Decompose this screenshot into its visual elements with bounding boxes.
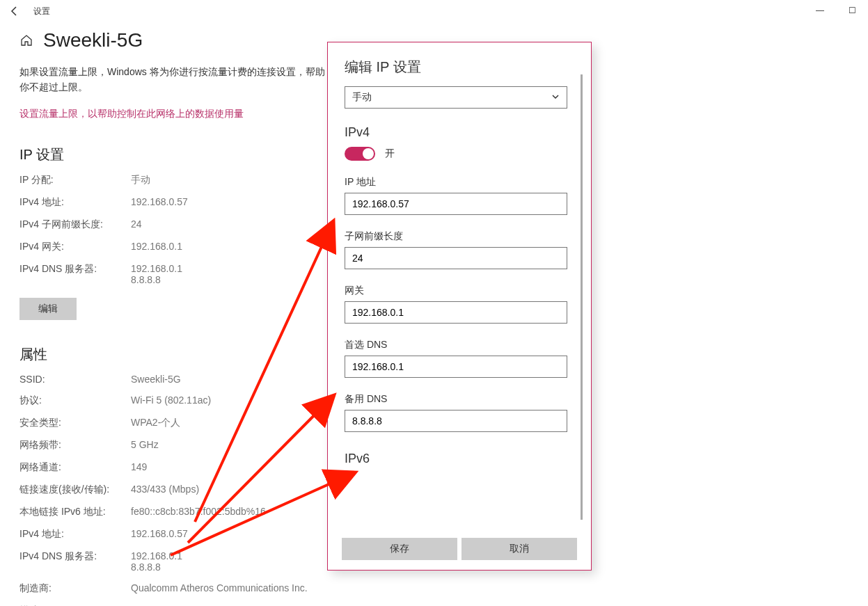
back-button[interactable] xyxy=(4,1,25,22)
ssid-value: Sweekli-5G xyxy=(131,374,181,385)
alt-dns-label: 备用 DNS xyxy=(345,393,574,406)
data-limit-link[interactable]: 设置流量上限，以帮助控制在此网络上的数据使用量 xyxy=(19,108,244,120)
ipv4-prefix-value: 24 xyxy=(131,218,142,231)
mfr-value: Qualcomm Atheros Communications Inc. xyxy=(131,582,308,595)
ipv6-value: fe80::c8cb:83b7:f002:5bdb%16 xyxy=(131,506,266,518)
ipv4-heading: IPv4 xyxy=(345,125,574,140)
ipv4-dns-label: IPv4 DNS 服务器: xyxy=(19,263,131,285)
ip-assign-label: IP 分配: xyxy=(19,174,131,186)
ipv4-toggle-label: 开 xyxy=(385,147,395,160)
ipv4a-label: IPv4 地址: xyxy=(19,528,131,541)
band-label: 网络频带: xyxy=(19,439,131,452)
band-value: 5 GHz xyxy=(131,439,159,452)
window-title: 设置 xyxy=(33,6,50,17)
chan-value: 149 xyxy=(131,461,147,474)
ipv6-heading: IPv6 xyxy=(345,452,574,466)
ipv6-label: 本地链接 IPv6 地址: xyxy=(19,506,131,518)
maximize-button[interactable]: ☐ xyxy=(836,0,868,21)
alt-dns-input[interactable] xyxy=(345,410,567,432)
help-text: 如果设置流量上限，Windows 将为你进行按流量计费的连接设置，帮助你不超过上… xyxy=(19,64,326,95)
ip-mode-select[interactable]: 手动 xyxy=(345,86,567,109)
mfr-label: 制造商: xyxy=(19,582,131,595)
ipv4-gateway-label: IPv4 网关: xyxy=(19,241,131,253)
primary-dns-input[interactable] xyxy=(345,356,567,378)
save-button[interactable]: 保存 xyxy=(342,538,457,560)
chan-label: 网络通道: xyxy=(19,461,131,474)
prefix-length-label: 子网前缀长度 xyxy=(345,230,574,243)
gateway-label: 网关 xyxy=(345,285,574,297)
prefix-length-input[interactable] xyxy=(345,247,567,269)
ipv4-dns-value1: 192.168.0.1 xyxy=(131,263,182,274)
sec-value: WPA2-个人 xyxy=(131,417,180,429)
ipv4-addr-value: 192.168.0.57 xyxy=(131,196,188,209)
ipv4-gateway-value: 192.168.0.1 xyxy=(131,241,182,253)
ipv4d-label: IPv4 DNS 服务器: xyxy=(19,550,131,573)
home-icon[interactable] xyxy=(19,33,33,47)
ip-mode-value: 手动 xyxy=(352,91,372,104)
cancel-button[interactable]: 取消 xyxy=(461,538,577,560)
ipv4a-value: 192.168.0.57 xyxy=(131,528,188,541)
title-bar: 设置 — ☐ xyxy=(0,0,868,22)
speed-label: 链接速度(接收/传输): xyxy=(19,484,131,496)
ip-assign-value: 手动 xyxy=(131,174,150,186)
dialog-title: 编辑 IP 设置 xyxy=(345,58,574,77)
ip-address-label: IP 地址 xyxy=(345,176,574,189)
ipv4d-value2: 8.8.8.8 xyxy=(131,561,161,573)
ipv4-toggle[interactable] xyxy=(345,147,375,161)
speed-value: 433/433 (Mbps) xyxy=(131,484,199,496)
edit-button[interactable]: 编辑 xyxy=(19,298,77,320)
ip-address-input[interactable] xyxy=(345,193,567,215)
minimize-button[interactable]: — xyxy=(804,0,836,21)
proto-label: 协议: xyxy=(19,394,131,407)
ipv4d-value1: 192.168.0.1 xyxy=(131,550,182,561)
scrollbar[interactable] xyxy=(581,74,583,520)
primary-dns-label: 首选 DNS xyxy=(345,339,574,351)
ssid-label: SSID: xyxy=(19,374,131,385)
chevron-down-icon xyxy=(551,92,560,103)
ipv4-dns-value2: 8.8.8.8 xyxy=(131,274,161,285)
gateway-input[interactable] xyxy=(345,301,567,324)
ipv4-prefix-label: IPv4 子网前缀长度: xyxy=(19,218,131,231)
ipv4-addr-label: IPv4 地址: xyxy=(19,196,131,209)
proto-value: Wi-Fi 5 (802.11ac) xyxy=(131,394,211,407)
page-title: Sweekli-5G xyxy=(43,29,143,51)
sec-label: 安全类型: xyxy=(19,417,131,429)
edit-ip-dialog: 编辑 IP 设置 手动 IPv4 开 IP 地址 子网前缀长度 网关 首选 DN… xyxy=(327,42,592,571)
